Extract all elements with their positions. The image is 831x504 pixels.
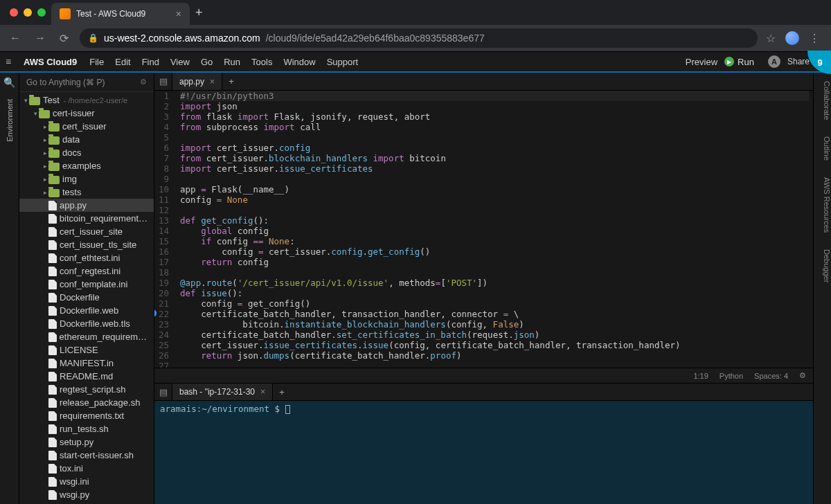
- file-item[interactable]: ethereum_requirements: [19, 330, 154, 343]
- file-item[interactable]: MANIFEST.in: [19, 357, 154, 370]
- hamburger-icon[interactable]: ≡: [0, 56, 17, 67]
- menu-run[interactable]: Run: [218, 57, 246, 67]
- url-path: /cloud9/ide/e5ad42a29eb64f6baa0c89355883…: [266, 33, 485, 44]
- file-explorer: Go to Anything (⌘ P) ⚙ ▾Test- /home/ec2-…: [19, 73, 154, 504]
- file-item[interactable]: Dockerfile.web.tls: [19, 317, 154, 330]
- file-item[interactable]: tox.ini: [19, 462, 154, 475]
- new-editor-tab-button[interactable]: +: [222, 73, 240, 90]
- file-item[interactable]: Dockerfile: [19, 291, 154, 304]
- preview-button[interactable]: Preview: [686, 57, 717, 67]
- browser-menu-icon[interactable]: ⋮: [809, 32, 820, 45]
- ide-logo: AWS Cloud9: [17, 57, 84, 67]
- file-item[interactable]: wsgi.py: [19, 488, 154, 501]
- terminal-user: aramais: [160, 404, 197, 414]
- right-rail-tab[interactable]: Debugger: [814, 241, 831, 291]
- reload-button[interactable]: ⟳: [57, 29, 71, 48]
- file-item[interactable]: Dockerfile.web: [19, 304, 154, 317]
- file-item[interactable]: requirements.txt: [19, 409, 154, 422]
- new-tab-button[interactable]: +: [195, 6, 203, 20]
- close-icon[interactable]: ×: [260, 387, 265, 397]
- language-mode[interactable]: Python: [720, 372, 743, 380]
- file-item[interactable]: start-cert-issuer.sh: [19, 449, 154, 462]
- browser-tabbar: Test - AWS Cloud9 × +: [0, 0, 831, 25]
- menu-go[interactable]: Go: [195, 57, 218, 67]
- file-item[interactable]: run_tests.sh: [19, 422, 154, 435]
- search-icon[interactable]: 🔍: [3, 73, 15, 92]
- run-label: Run: [738, 57, 754, 67]
- play-icon: ▶: [724, 57, 734, 66]
- browser-tab[interactable]: Test - AWS Cloud9 ×: [51, 3, 190, 25]
- browser-chrome: Test - AWS Cloud9 × + ← → ⟳ 🔒 us-west-2.…: [0, 0, 831, 52]
- terminal-path: ~/environment: [202, 404, 269, 414]
- indent-setting[interactable]: Spaces: 4: [754, 372, 788, 380]
- right-rail-tab[interactable]: AWS Resources: [814, 169, 831, 241]
- file-item[interactable]: regtest_script.sh: [19, 383, 154, 396]
- menu-find[interactable]: Find: [136, 57, 165, 67]
- menu-view[interactable]: View: [165, 57, 195, 67]
- editor-tabs: ▤ app.py × +: [154, 73, 813, 91]
- folder-item[interactable]: ▾cert-issuer: [19, 107, 154, 120]
- menu-support[interactable]: Support: [321, 57, 364, 67]
- file-item[interactable]: conf_template.ini: [19, 278, 154, 291]
- goto-placeholder: Go to Anything (⌘ P): [26, 78, 105, 87]
- profile-avatar-icon[interactable]: [785, 31, 799, 45]
- code-editor[interactable]: 1234567891011121314151617181920212223242…: [154, 91, 813, 368]
- terminal-tab[interactable]: bash - "ip-172-31-30 ×: [172, 384, 273, 400]
- file-item[interactable]: release_package.sh: [19, 396, 154, 409]
- folder-item[interactable]: ▸tests: [19, 186, 154, 199]
- file-tree[interactable]: ▾Test- /home/ec2-user/e▾cert-issuer▸cert…: [19, 92, 154, 504]
- folder-item[interactable]: ▾Test- /home/ec2-user/e: [19, 93, 154, 107]
- terminal-tabs: ▤ bash - "ip-172-31-30 × +: [154, 383, 813, 401]
- folder-item[interactable]: ▸cert_issuer: [19, 120, 154, 133]
- menu-file[interactable]: File: [84, 57, 109, 67]
- file-item[interactable]: cert_issuer_tls_site: [19, 238, 154, 251]
- file-item[interactable]: conf_regtest.ini: [19, 264, 154, 278]
- editor-tab-app-py[interactable]: app.py ×: [172, 73, 222, 90]
- close-window-button[interactable]: [10, 8, 18, 17]
- back-button[interactable]: ←: [7, 29, 24, 47]
- right-rail-tab[interactable]: Outline: [814, 128, 831, 169]
- folder-item[interactable]: ▸img: [19, 172, 154, 186]
- share-button[interactable]: Share: [787, 57, 810, 66]
- ide-menubar: ≡ AWS Cloud9 FileEditFindViewGoRunToolsW…: [0, 52, 831, 73]
- file-item[interactable]: cert_issuer_site: [19, 225, 154, 238]
- close-icon[interactable]: ×: [210, 77, 215, 87]
- run-button[interactable]: ▶ Run: [724, 57, 754, 67]
- menu-edit[interactable]: Edit: [109, 57, 136, 67]
- file-item[interactable]: README.md: [19, 370, 154, 383]
- menu-tools[interactable]: Tools: [246, 57, 278, 67]
- terminal[interactable]: aramais:~/environment $: [154, 401, 813, 504]
- environment-panel-tab[interactable]: Environment: [6, 92, 14, 149]
- file-item[interactable]: wsgi.ini: [19, 475, 154, 488]
- user-avatar[interactable]: A: [768, 55, 780, 68]
- terminal-prompt-symbol: $: [275, 404, 280, 414]
- bookmark-icon[interactable]: ☆: [766, 32, 776, 45]
- terminal-tab-list-icon[interactable]: ▤: [154, 384, 172, 400]
- file-item[interactable]: bitcoin_requirements.tx: [19, 212, 154, 225]
- status-bar: 1:19 Python Spaces: 4 ⚙: [154, 368, 813, 383]
- cloud9-badge-icon[interactable]: 9: [807, 51, 831, 74]
- file-item[interactable]: app.py: [19, 199, 154, 212]
- folder-item[interactable]: ▸docs: [19, 146, 154, 159]
- new-terminal-tab-button[interactable]: +: [273, 384, 291, 400]
- folder-item[interactable]: ▸examples: [19, 159, 154, 172]
- tab-list-icon[interactable]: ▤: [154, 73, 172, 90]
- close-tab-icon[interactable]: ×: [176, 8, 181, 19]
- file-item[interactable]: LICENSE: [19, 343, 154, 357]
- tree-settings-icon[interactable]: ⚙: [140, 78, 147, 87]
- goto-anything-input[interactable]: Go to Anything (⌘ P) ⚙: [19, 73, 154, 92]
- folder-item[interactable]: ▸data: [19, 133, 154, 146]
- url-input[interactable]: 🔒 us-west-2.console.aws.amazon.com/cloud…: [80, 28, 758, 48]
- terminal-tab-label: bash - "ip-172-31-30: [179, 387, 255, 397]
- code-content[interactable]: #!/usr/bin/python3import jsonfrom flask …: [176, 91, 813, 368]
- minimize-window-button[interactable]: [24, 8, 32, 17]
- file-item[interactable]: setup.py: [19, 435, 154, 449]
- menu-window[interactable]: Window: [278, 57, 321, 67]
- maximize-window-button[interactable]: [37, 8, 46, 17]
- status-gear-icon[interactable]: ⚙: [799, 371, 806, 380]
- terminal-cursor: [285, 405, 290, 414]
- cursor-position[interactable]: 1:19: [693, 372, 708, 380]
- file-item[interactable]: conf_ethtest.ini: [19, 251, 154, 264]
- forward-button[interactable]: →: [32, 29, 48, 47]
- right-rail-tab[interactable]: Collaborate: [814, 73, 831, 128]
